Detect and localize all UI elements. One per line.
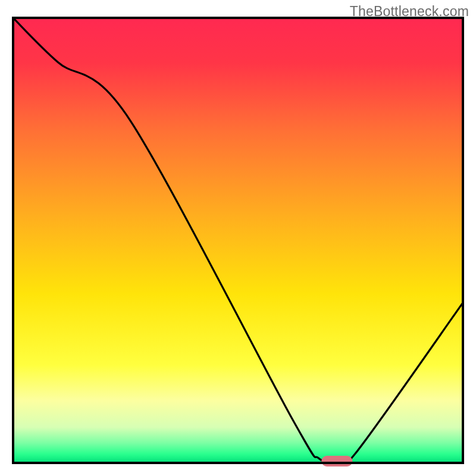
bottleneck-chart xyxy=(0,0,476,476)
gradient-background xyxy=(13,18,463,463)
watermark-text: TheBottleneck.com xyxy=(350,4,469,20)
optimal-marker xyxy=(321,456,352,466)
